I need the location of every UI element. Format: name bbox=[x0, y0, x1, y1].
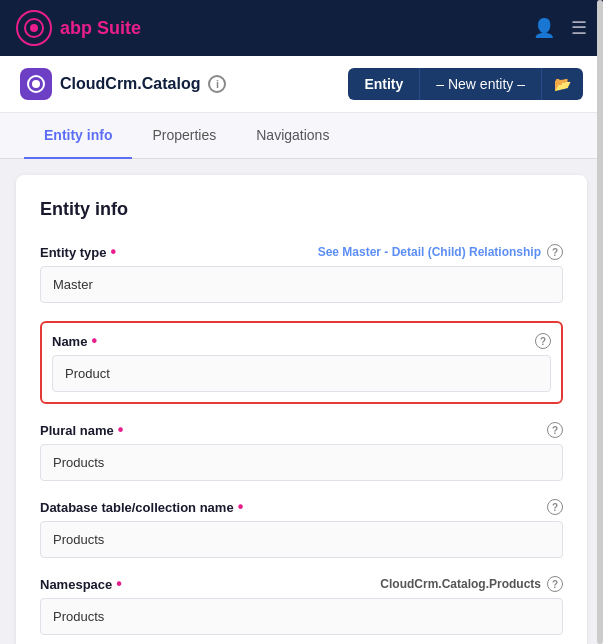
app-name-text: abp bbox=[60, 18, 92, 38]
tab-entity-info[interactable]: Entity info bbox=[24, 113, 132, 159]
entity-type-label-right: See Master - Detail (Child) Relationship… bbox=[318, 244, 563, 260]
breadcrumb-bar: CloudCrm.Catalog i Entity – New entity –… bbox=[0, 56, 603, 113]
module-icon bbox=[20, 68, 52, 100]
user-icon[interactable]: 👤 bbox=[533, 17, 555, 39]
master-detail-link[interactable]: See Master - Detail (Child) Relationship bbox=[318, 245, 541, 259]
db-table-label-right: ? bbox=[547, 499, 563, 515]
folder-icon: 📂 bbox=[554, 76, 571, 92]
entity-type-help-icon[interactable]: ? bbox=[547, 244, 563, 260]
name-required: • bbox=[91, 333, 97, 349]
namespace-group: Namespace • CloudCrm.Catalog.Products ? bbox=[40, 576, 563, 635]
section-title: Entity info bbox=[40, 199, 563, 220]
entity-type-label-left: Entity type • bbox=[40, 244, 116, 260]
plural-name-label-left: Plural name • bbox=[40, 422, 123, 438]
entity-button[interactable]: Entity bbox=[348, 68, 419, 100]
breadcrumb-left: CloudCrm.Catalog i bbox=[20, 68, 226, 100]
plural-name-group: Plural name • ? bbox=[40, 422, 563, 481]
entity-type-input[interactable] bbox=[40, 266, 563, 303]
app-name: abp Suite bbox=[60, 18, 141, 39]
namespace-help-icon[interactable]: ? bbox=[547, 576, 563, 592]
db-table-group: Database table/collection name • ? bbox=[40, 499, 563, 558]
folder-button[interactable]: 📂 bbox=[541, 68, 583, 100]
db-table-required: • bbox=[238, 499, 244, 515]
logo-area: abp Suite bbox=[16, 10, 141, 46]
namespace-required: • bbox=[116, 576, 122, 592]
breadcrumb-right: Entity – New entity – 📂 bbox=[348, 68, 583, 100]
breadcrumb-title: CloudCrm.Catalog bbox=[60, 75, 200, 93]
entity-type-group: Entity type • See Master - Detail (Child… bbox=[40, 244, 563, 303]
db-table-label-left: Database table/collection name • bbox=[40, 499, 243, 515]
plural-name-help-icon[interactable]: ? bbox=[547, 422, 563, 438]
plural-name-label-text: Plural name bbox=[40, 423, 114, 438]
namespace-input[interactable] bbox=[40, 598, 563, 635]
name-input[interactable] bbox=[52, 355, 551, 392]
namespace-label-left: Namespace • bbox=[40, 576, 122, 592]
namespace-label-right: CloudCrm.Catalog.Products ? bbox=[380, 576, 563, 592]
namespace-label-row: Namespace • CloudCrm.Catalog.Products ? bbox=[40, 576, 563, 592]
entity-type-label-text: Entity type bbox=[40, 245, 106, 260]
db-table-label-text: Database table/collection name bbox=[40, 500, 234, 515]
plural-name-label-right: ? bbox=[547, 422, 563, 438]
db-table-help-icon[interactable]: ? bbox=[547, 499, 563, 515]
app-suite-text: Suite bbox=[97, 18, 141, 38]
name-label-left: Name • bbox=[52, 333, 97, 349]
tab-properties[interactable]: Properties bbox=[132, 113, 236, 159]
new-entity-button[interactable]: – New entity – bbox=[419, 68, 541, 100]
plural-name-label-row: Plural name • ? bbox=[40, 422, 563, 438]
name-help-icon[interactable]: ? bbox=[535, 333, 551, 349]
entity-type-label-row: Entity type • See Master - Detail (Child… bbox=[40, 244, 563, 260]
abp-logo-icon bbox=[16, 10, 52, 46]
tab-navigations[interactable]: Navigations bbox=[236, 113, 349, 159]
menu-icon[interactable]: ☰ bbox=[571, 17, 587, 39]
plural-name-required: • bbox=[118, 422, 124, 438]
entity-type-required: • bbox=[110, 244, 116, 260]
name-group: Name • ? bbox=[40, 321, 563, 404]
db-table-label-row: Database table/collection name • ? bbox=[40, 499, 563, 515]
namespace-label-text: Namespace bbox=[40, 577, 112, 592]
nav-right: 👤 ☰ bbox=[533, 17, 587, 39]
plural-name-input[interactable] bbox=[40, 444, 563, 481]
top-navigation: abp Suite 👤 ☰ bbox=[0, 0, 603, 56]
name-label-text: Name bbox=[52, 334, 87, 349]
db-table-input[interactable] bbox=[40, 521, 563, 558]
name-label-row: Name • ? bbox=[52, 333, 551, 349]
namespace-hint: CloudCrm.Catalog.Products bbox=[380, 577, 541, 591]
info-icon[interactable]: i bbox=[208, 75, 226, 93]
tabs-bar: Entity info Properties Navigations bbox=[0, 113, 603, 159]
main-content: Entity info Entity type • See Master - D… bbox=[16, 175, 587, 644]
svg-point-1 bbox=[32, 80, 40, 88]
name-label-right: ? bbox=[535, 333, 551, 349]
